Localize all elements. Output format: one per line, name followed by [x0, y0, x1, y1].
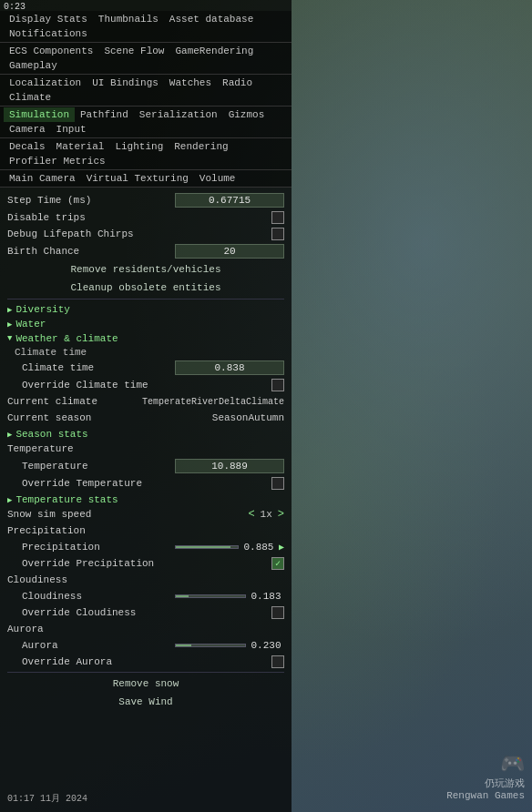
snow-speed-prev[interactable]: < — [248, 508, 254, 521]
menu-serialization[interactable]: Serialization — [134, 107, 223, 122]
menu-gamerendering[interactable]: GameRendering — [169, 44, 259, 58]
diversity-arrow: ▶ — [7, 305, 12, 315]
cleanup-obsolete-button[interactable]: Cleanup obsolete entities — [7, 280, 284, 295]
menu-scene-flow[interactable]: Scene Flow — [98, 44, 169, 58]
season-stats-section[interactable]: ▶ Season stats — [7, 426, 284, 441]
disable-trips-checkbox[interactable] — [271, 211, 284, 224]
menu-rendering[interactable]: Rendering — [169, 139, 233, 154]
menu-watches[interactable]: Watches — [164, 76, 217, 90]
menu-gameplay[interactable]: Gameplay — [4, 58, 63, 73]
menu-lighting[interactable]: Lighting — [109, 139, 169, 154]
menu-decals[interactable]: Decals — [4, 139, 51, 154]
menu-material[interactable]: Material — [51, 139, 110, 154]
save-wind-button[interactable]: Save Wind — [7, 695, 284, 709]
precipitation-group-label: Precipitation — [7, 525, 284, 536]
climate-time-section-label: Climate time — [15, 347, 87, 358]
weather-arrow: ▼ — [7, 334, 12, 343]
climate-time-row: Climate time 0.838 — [7, 359, 284, 377]
climate-time-subsection: Climate time — [7, 345, 284, 359]
temperature-stats-label: Temperature stats — [15, 494, 118, 505]
menu-row-4: Simulation Pathfind Serialization Gizmos… — [0, 107, 292, 138]
current-climate-row: Current climate TemperateRiverDeltaClima… — [7, 393, 284, 410]
snow-speed-next[interactable]: > — [278, 508, 284, 521]
step-time-value: 0.67715 — [175, 193, 284, 208]
remove-residents-button[interactable]: Remove residents/vehicles — [7, 262, 284, 277]
ui-panel: 0:23 Display Stats Thumbnails Asset data… — [0, 0, 292, 715]
current-climate-label: Current climate — [7, 396, 142, 407]
timestamp: 01:17 11月 2024 — [7, 792, 87, 805]
menu-ecs-components[interactable]: ECS Components — [4, 44, 98, 58]
menu-radio[interactable]: Radio — [217, 76, 258, 90]
birth-chance-label: Birth Chance — [7, 246, 175, 257]
aurora-label: Aurora — [7, 640, 175, 651]
menu-virtual-texturing[interactable]: Virtual Texturing — [81, 171, 194, 186]
debug-lifepath-row: Debug Lifepath Chirps — [7, 226, 284, 242]
temperature-row: Temperature 10.889 — [7, 457, 284, 475]
precipitation-row: Precipitation 0.885 ▶ — [7, 539, 284, 555]
menu-climate[interactable]: Climate — [4, 90, 56, 105]
cloudiness-track — [175, 594, 246, 598]
menu-asset-database[interactable]: Asset database — [164, 12, 259, 26]
override-cloudiness-label: Override Cloudiness — [7, 607, 271, 618]
aurora-slider[interactable]: 0.230 — [175, 640, 284, 651]
aurora-row: Aurora 0.230 — [7, 637, 284, 654]
menu-thumbnails[interactable]: Thumbnails — [93, 12, 164, 26]
override-cloudiness-row: Override Cloudiness — [7, 604, 284, 621]
aurora-value: 0.230 — [248, 640, 284, 651]
step-time-row: Step Time (ms) 0.67715 — [7, 191, 284, 209]
menu-input[interactable]: Input — [51, 122, 92, 137]
menu-ui-bindings[interactable]: UI Bindings — [87, 76, 164, 90]
menu-volume[interactable]: Volume — [194, 171, 241, 186]
temperature-stats-section[interactable]: ▶ Temperature stats — [7, 492, 284, 506]
menu-gizmos[interactable]: Gizmos — [223, 107, 271, 122]
override-temperature-checkbox[interactable] — [271, 477, 284, 490]
menu-localization[interactable]: Localization — [4, 76, 87, 90]
birth-chance-row: Birth Chance 20 — [7, 242, 284, 260]
watermark-line2: Rengwan Games — [446, 790, 525, 801]
divider-1 — [7, 299, 284, 299]
cloudiness-slider[interactable]: 0.183 — [175, 591, 284, 602]
weather-climate-section[interactable]: ▼ Weather & climate — [7, 330, 284, 345]
aurora-track — [175, 644, 246, 647]
season-stats-arrow: ▶ — [7, 430, 12, 440]
menu-main-camera[interactable]: Main Camera — [4, 171, 81, 186]
menu-camera[interactable]: Camera — [4, 122, 51, 137]
snow-sim-speed-row: Snow sim speed < 1x > — [7, 506, 284, 523]
menu-display-stats[interactable]: Display Stats — [4, 12, 93, 26]
temperature-label: Temperature — [7, 461, 175, 472]
menu-profiler-metrics[interactable]: Profiler Metrics — [4, 154, 111, 168]
climate-time-value[interactable]: 0.838 — [175, 360, 284, 375]
override-climate-row: Override Climate time — [7, 377, 284, 393]
diversity-label: Diversity — [15, 304, 69, 315]
water-section[interactable]: ▶ Water — [7, 316, 284, 330]
time-display: 0:23 — [4, 2, 26, 12]
disable-trips-row: Disable trips — [7, 209, 284, 226]
season-stats-label: Season stats — [15, 429, 87, 440]
remove-residents-row: Remove residents/vehicles — [7, 260, 284, 279]
current-season-row: Current season SeasonAutumn — [7, 410, 284, 426]
snow-speed-value: 1x — [261, 509, 272, 520]
temp-stats-arrow: ▶ — [7, 495, 12, 505]
menu-pathfind[interactable]: Pathfind — [75, 107, 134, 122]
override-aurora-row: Override Aurora — [7, 654, 284, 670]
override-aurora-checkbox[interactable] — [271, 655, 284, 668]
override-precipitation-checkbox[interactable]: ✓ — [271, 557, 284, 570]
override-climate-checkbox[interactable] — [271, 379, 284, 391]
override-cloudiness-checkbox[interactable] — [271, 606, 284, 619]
temperature-group-label-row: Temperature — [7, 441, 284, 457]
diversity-section[interactable]: ▶ Diversity — [7, 301, 284, 316]
menu-row-2: ECS Components Scene Flow GameRendering … — [0, 43, 292, 75]
precipitation-slider[interactable]: 0.885 ▶ — [175, 542, 284, 553]
birth-chance-value[interactable]: 20 — [175, 244, 284, 259]
menu-simulation[interactable]: Simulation — [4, 107, 75, 122]
remove-snow-button[interactable]: Remove snow — [7, 676, 284, 691]
debug-lifepath-label: Debug Lifepath Chirps — [7, 228, 271, 239]
precipitation-group-label-row: Precipitation — [7, 523, 284, 539]
content-area: Step Time (ms) 0.67715 Disable trips Deb… — [0, 188, 292, 715]
snow-sim-speed-label: Snow sim speed — [7, 509, 248, 520]
temperature-value[interactable]: 10.889 — [175, 459, 284, 473]
step-time-label: Step Time (ms) — [7, 195, 175, 206]
aurora-fill — [176, 645, 191, 646]
menu-notifications[interactable]: Notifications — [4, 26, 93, 41]
debug-lifepath-checkbox[interactable] — [271, 228, 284, 240]
